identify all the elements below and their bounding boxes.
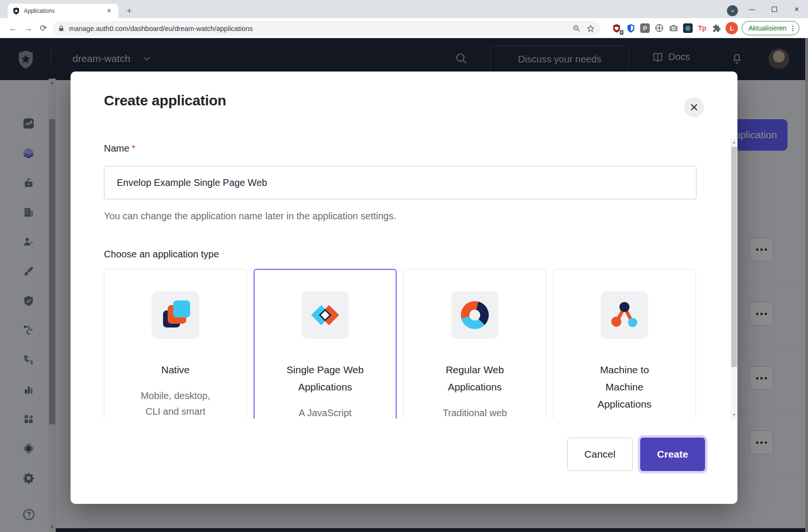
react-devtools-extension-icon[interactable] (683, 23, 693, 33)
card-single-page-web[interactable]: Single Page Web Applications A JavaScrip… (254, 269, 397, 419)
card-title: Single Page Web Applications (255, 361, 396, 396)
new-tab-button[interactable]: + (123, 5, 135, 17)
name-label: Name* (104, 143, 135, 154)
screen: Applications ✕ + ⌄ — ✕ ← → ⟳ manage.auth… (0, 0, 808, 532)
card-native[interactable]: Native Mobile, desktop, CLI and smart (104, 269, 247, 419)
camera-extension-icon[interactable] (668, 23, 679, 33)
adblock-extension-icon[interactable]: 4 (611, 23, 622, 33)
tp-extension-icon[interactable]: Tp (697, 23, 707, 33)
modal-scrollbar[interactable]: ▲ ▼ (731, 138, 737, 419)
zoom-page-icon[interactable] (573, 24, 581, 32)
bookmark-star-icon[interactable] (586, 24, 595, 33)
modal-scrollbar-down-arrow[interactable]: ▼ (731, 413, 737, 417)
application-name-input[interactable] (104, 166, 696, 199)
m2m-icon (601, 291, 648, 339)
forward-button[interactable]: → (22, 22, 34, 35)
modal-scrollbar-up-arrow[interactable]: ▲ (731, 140, 737, 144)
browser-update-button[interactable]: Aktualisieren ⋮ (742, 21, 799, 35)
close-icon (690, 103, 698, 112)
card-description: A JavaScript (255, 405, 396, 419)
native-icon (152, 291, 199, 339)
address-bar[interactable]: manage.auth0.com/dashboard/eu/dream-watc… (52, 21, 601, 36)
tab-title: Applications (24, 8, 105, 14)
extensions-row: 4 P Tp L Aktualisieren ⋮ (611, 18, 799, 38)
browser-menu-icon[interactable]: ⋮ (789, 24, 796, 32)
name-helper-text: You can change the application name late… (104, 211, 396, 222)
modal-title: Create application (104, 92, 226, 109)
window-maximize-button[interactable] (763, 0, 786, 18)
card-machine-to-machine[interactable]: Machine to Machine Applications (553, 269, 696, 419)
card-description: Traditional web (404, 405, 546, 419)
update-button-label: Aktualisieren (748, 24, 787, 32)
modal-scrollbar-thumb[interactable] (731, 147, 737, 367)
adblock-badge: 4 (620, 30, 624, 35)
crosshair-extension-icon[interactable] (654, 23, 665, 33)
url-text: manage.auth0.com/dashboard/eu/dream-watc… (69, 25, 567, 32)
create-application-modal: Create application Name* You can change … (71, 72, 737, 504)
password-manager-extension-icon[interactable] (625, 23, 636, 33)
extensions-puzzle-icon[interactable] (711, 23, 722, 33)
modal-close-button[interactable] (684, 97, 704, 117)
card-title: Machine to Machine Applications (553, 361, 695, 413)
reload-button[interactable]: ⟳ (37, 22, 50, 35)
create-button[interactable]: Create (640, 438, 705, 471)
card-title: Regular Web Applications (404, 361, 546, 396)
required-asterisk: * (132, 143, 135, 153)
window-close-button[interactable]: ✕ (786, 0, 808, 18)
regular-web-icon (451, 291, 499, 339)
application-type-cards: Native Mobile, desktop, CLI and smart Si… (104, 269, 696, 419)
browser-tab[interactable]: Applications ✕ (8, 4, 118, 18)
auth0-favicon (12, 7, 20, 15)
p-extension-icon[interactable]: P (640, 23, 650, 33)
browser-profile-avatar[interactable]: L (726, 22, 738, 34)
browser-update-icon[interactable]: ⌄ (727, 5, 738, 16)
card-description: Mobile, desktop, CLI and smart (104, 388, 246, 419)
spa-icon (301, 291, 349, 339)
back-button[interactable]: ← (7, 22, 19, 35)
window-minimize-button[interactable]: — (741, 0, 763, 18)
card-regular-web[interactable]: Regular Web Applications Traditional web (403, 269, 546, 419)
application-type-heading: Choose an application type (104, 249, 219, 260)
cancel-button[interactable]: Cancel (567, 438, 633, 471)
lock-icon (58, 25, 64, 32)
card-title: Native (104, 361, 246, 379)
tab-close-icon[interactable]: ✕ (105, 7, 113, 15)
browser-tab-bar: Applications ✕ + ⌄ — ✕ (0, 0, 808, 18)
